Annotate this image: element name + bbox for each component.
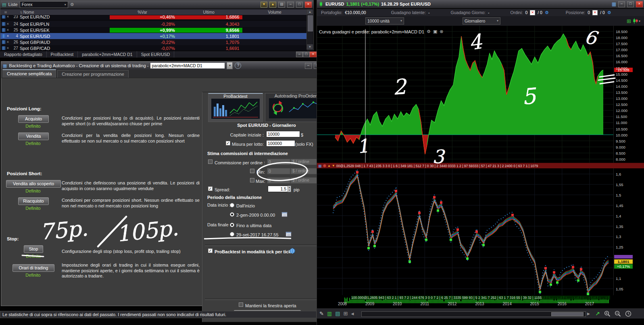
tick-per-tick-checkbox[interactable]: ✓ [208, 248, 213, 253]
timeframe-dropdown[interactable]: Giornaliero ▾ [463, 17, 500, 25]
time-scrollbar-thumb[interactable] [551, 312, 584, 316]
table-row[interactable]: ✕ 25 Spot EUR/SEK +0,99% 9,6566 [0, 27, 307, 33]
capitale-input[interactable]: 10000 [266, 131, 300, 137]
zoom-in-icon[interactable] [604, 311, 611, 317]
detach-panel-icon[interactable]: ▣ [433, 29, 437, 34]
indicator-settings-wrench-icon[interactable]: ⚙ [427, 29, 431, 34]
maximize-button[interactable]: □ [627, 1, 634, 7]
misura-lotto-checkbox[interactable]: ✓ [226, 141, 230, 145]
chevron-down-icon[interactable]: ▾ [639, 19, 640, 23]
max-checkbox[interactable] [250, 178, 254, 182]
scroll-up-button[interactable]: ▲ [307, 9, 313, 14]
grid-icon[interactable]: ⊞ [344, 311, 348, 317]
time-scrollbar[interactable] [361, 311, 586, 317]
remove-icon[interactable]: ✕ [6, 22, 9, 26]
spread-spinner[interactable]: ▲▼ [288, 186, 291, 192]
system-name-input[interactable]: parabolic+2mm+MACD D1 [150, 63, 225, 68]
filter-icon[interactable]: ⊞ [4, 10, 7, 14]
add-chart-icon[interactable]: ⊞ [627, 18, 631, 24]
vendita-button[interactable]: Vendita [18, 132, 49, 140]
spread-input[interactable]: 1.5 [268, 186, 288, 192]
zoom-out-icon[interactable] [615, 311, 621, 317]
keep-open-checkbox[interactable] [239, 302, 243, 307]
forex-table-header[interactable]: ⊞ ⇅ Nome %Var Ultimo Volume [0, 9, 307, 15]
riacquisto-button[interactable]: Riacquisto [18, 197, 49, 205]
help-icon[interactable]: ? [235, 62, 241, 69]
column-header-ultimo[interactable]: Ultimo [178, 10, 243, 14]
remove-icon[interactable]: ✕ [6, 46, 9, 50]
position-gear-icon[interactable]: ⚙ [607, 10, 611, 15]
table-row[interactable]: ✕ 26 Spot GBP/AUD -0,22% 1,7075 [0, 39, 307, 45]
list-settings-wrench-icon[interactable]: ⚙ [70, 2, 74, 7]
tab-parabolic-system[interactable]: parabolic+2mm+MACD D1 [78, 51, 137, 58]
scroll-right-icon[interactable]: ▶ [587, 312, 590, 316]
units-dropdown[interactable]: 10000 unità ▾ [365, 17, 404, 25]
orari-trading-button[interactable]: Orari di trading [13, 264, 54, 272]
scroll-down-button[interactable]: ▼ [307, 44, 313, 50]
column-header-nome[interactable]: Nome [23, 10, 34, 14]
move-down-button[interactable]: ▼ [261, 2, 267, 8]
column-header-var[interactable]: %Var [110, 10, 178, 14]
column-header-volume[interactable]: Volume [242, 10, 307, 14]
chart-icon[interactable]: ▦ [318, 164, 322, 168]
tab-rapporto-dettagliato[interactable]: Rapporto dettagliato [0, 51, 47, 58]
minimize-button[interactable]: – [305, 63, 312, 69]
probacktest-panel-tab[interactable]: ProBacktest [208, 93, 263, 122]
remove-icon[interactable]: ✕ [6, 15, 9, 19]
table-scrollbar[interactable]: ▲ ▼ [306, 9, 313, 50]
table-row[interactable]: ✕ 27 Spot GBP/CAD -0,07% 1,6691 [0, 45, 307, 51]
chart-type-candlestick-icon[interactable] [633, 18, 638, 24]
close-strip-icon[interactable]: ⊗ [323, 164, 326, 168]
maximize-button[interactable]: □ [303, 52, 310, 57]
close-button[interactable]: × [305, 2, 312, 8]
list-selector-dropdown[interactable]: Forex ▾ [20, 1, 68, 8]
calendar-icon[interactable] [286, 231, 292, 237]
close-button[interactable]: × [310, 52, 317, 57]
print-button[interactable]: ▤ [278, 2, 285, 8]
history-clock-icon[interactable] [625, 311, 631, 317]
table-row-selected-eurusd[interactable]: ✕ 4 Spot EUR/USD +0,17% 1,1801 [0, 33, 307, 39]
data-inizio-date-radio[interactable] [230, 212, 234, 217]
price-chart[interactable] [317, 168, 613, 295]
acquisto-button[interactable]: Acquisto [18, 115, 49, 123]
maximize-button[interactable]: □ [296, 2, 303, 8]
orders-gear-icon[interactable]: ⚙ [545, 10, 549, 15]
tab-creazione-programmazione[interactable]: Creazione per programmazione [57, 70, 129, 78]
system-name-dropdown-button[interactable]: ▾ [227, 62, 233, 69]
data-table-icon[interactable]: ▤ [335, 311, 340, 317]
close-position-icon[interactable]: ✕ [592, 10, 598, 15]
move-up-button[interactable]: ▲ [269, 2, 276, 8]
remove-icon[interactable]: ✕ [6, 40, 9, 44]
tab-probacktest[interactable]: ProBacktest [47, 51, 78, 58]
spread-checkbox[interactable]: ✓ [208, 186, 213, 191]
misura-lotto-input[interactable]: 100000 [266, 140, 295, 147]
remove-icon[interactable]: ✕ [6, 34, 9, 38]
min-checkbox[interactable] [250, 169, 254, 173]
price-axis-scale[interactable]: 1,1801 +0,17% 1,61,551,51,451,41,351,31,… [613, 168, 644, 295]
calendar-icon[interactable] [281, 211, 288, 217]
tab-creazione-semplificata[interactable]: Creazione semplificata [2, 69, 56, 78]
draw-tools-icon[interactable]: ✎ [319, 311, 324, 317]
fino-ultima-data-radio[interactable] [230, 223, 234, 227]
remove-icon[interactable]: ✕ [6, 28, 9, 32]
close-button[interactable]: × [636, 1, 643, 7]
minimize-button[interactable]: – [296, 52, 303, 57]
close-indicator-icon[interactable]: ⊗ [440, 29, 443, 34]
commissione-checkbox[interactable] [208, 159, 213, 164]
scrollbar-thumb[interactable] [308, 15, 313, 31]
vendita-scoperto-button[interactable]: Vendita allo scoperto [6, 180, 61, 188]
scroll-left-icon[interactable]: ◀ [351, 312, 354, 316]
equity-price-scale[interactable]: 15.328 18.50018.00017.50017.00016.50016.… [613, 26, 644, 163]
auto-scale-arrow-icon[interactable]: ↗ [595, 311, 600, 317]
minimize-button[interactable]: – [287, 2, 294, 8]
data-finale-date-radio[interactable] [230, 232, 234, 236]
cancel-orders-icon[interactable]: ✕ [530, 10, 535, 15]
table-row-clipped[interactable]: ✕ 23 Spot EUR/NZD +0,46% 1,6866 [0, 15, 307, 21]
add-indicator-icon[interactable]: ▥ [327, 311, 332, 317]
stop-button[interactable]: Stop [24, 245, 43, 253]
minimize-button[interactable]: – [618, 1, 625, 7]
layout-grid-icon[interactable]: ▦ [612, 1, 616, 7]
table-row[interactable]: ✕ 24 Spot EUR/PLN -0,28% 4,3043 [0, 21, 307, 27]
dall-inizio-radio[interactable] [230, 203, 234, 207]
tab-spot-eurusd[interactable]: Spot EUR/USD [137, 51, 175, 58]
